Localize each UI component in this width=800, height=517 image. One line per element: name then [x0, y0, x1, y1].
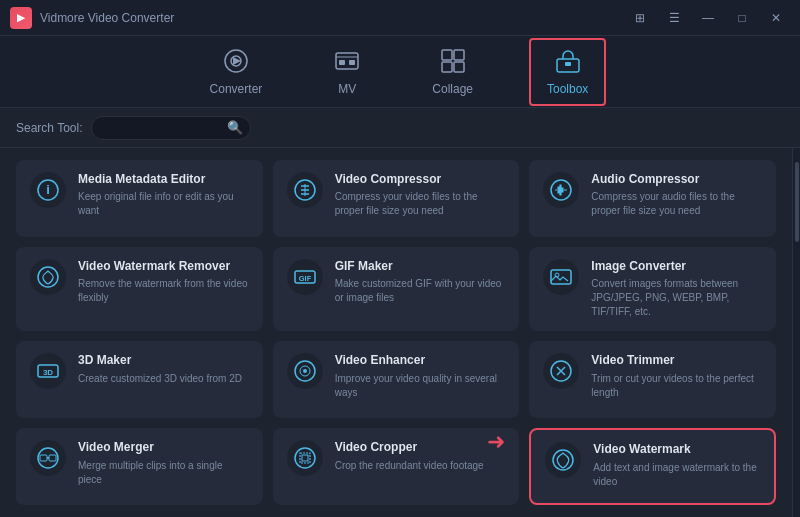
tool-info-video-watermark-remover: Video Watermark Remover Remove the water…: [78, 259, 249, 305]
tool-name-image-converter: Image Converter: [591, 259, 762, 273]
tool-card-video-trimmer[interactable]: Video Trimmer Trim or cut your videos to…: [529, 341, 776, 418]
svg-text:3D: 3D: [43, 368, 53, 377]
tool-icon-gif-maker: GIF: [287, 259, 323, 295]
tool-desc-video-watermark-remover: Remove the watermark from the video flex…: [78, 277, 249, 305]
tool-name-video-cropper: Video Cropper: [335, 440, 506, 454]
tool-info-video-merger: Video Merger Merge multiple clips into a…: [78, 440, 249, 486]
svg-rect-8: [442, 62, 452, 72]
tool-card-video-cropper[interactable]: Video Cropper Crop the redundant video f…: [273, 428, 520, 505]
tool-name-video-merger: Video Merger: [78, 440, 249, 454]
tool-info-video-trimmer: Video Trimmer Trim or cut your videos to…: [591, 353, 762, 399]
tool-info-gif-maker: GIF Maker Make customized GIF with your …: [335, 259, 506, 305]
tool-name-video-watermark-remover: Video Watermark Remover: [78, 259, 249, 273]
tool-icon-3d-maker: 3D: [30, 353, 66, 389]
svg-point-30: [295, 448, 315, 468]
tool-card-video-compressor[interactable]: Video Compressor Compress your video fil…: [273, 160, 520, 237]
tool-info-media-metadata-editor: Media Metadata Editor Keep original file…: [78, 172, 249, 218]
search-label: Search Tool:: [16, 121, 83, 135]
collage-label: Collage: [432, 82, 473, 96]
tool-icon-video-enhancer: [287, 353, 323, 389]
tool-desc-audio-compressor: Compress your audio files to the proper …: [591, 190, 762, 218]
tool-desc-video-cropper: Crop the redundant video footage: [335, 459, 506, 473]
converter-label: Converter: [210, 82, 263, 96]
tool-name-video-enhancer: Video Enhancer: [335, 353, 506, 367]
tool-name-video-trimmer: Video Trimmer: [591, 353, 762, 367]
tool-icon-video-trimmer: [543, 353, 579, 389]
tool-icon-media-metadata-editor: i: [30, 172, 66, 208]
tool-info-3d-maker: 3D Maker Create customized 3D video from…: [78, 353, 249, 385]
title-bar-left: ▶ Vidmore Video Converter: [10, 7, 174, 29]
svg-rect-11: [565, 62, 571, 66]
svg-rect-9: [454, 62, 464, 72]
tool-name-media-metadata-editor: Media Metadata Editor: [78, 172, 249, 186]
tool-icon-video-compressor: [287, 172, 323, 208]
tool-desc-image-converter: Convert images formats between JPG/JPEG,…: [591, 277, 762, 319]
tool-card-video-watermark-remover[interactable]: Video Watermark Remover Remove the water…: [16, 247, 263, 331]
menu-btn[interactable]: ☰: [660, 7, 688, 29]
toolbox-icon: [555, 48, 581, 78]
tab-toolbox[interactable]: Toolbox: [529, 38, 606, 106]
svg-rect-28: [40, 455, 47, 461]
scroll-thumb: [795, 162, 799, 242]
tool-name-gif-maker: GIF Maker: [335, 259, 506, 273]
scrollbar[interactable]: [792, 148, 800, 517]
minimize-btn[interactable]: —: [694, 7, 722, 29]
tool-card-media-metadata-editor[interactable]: i Media Metadata Editor Keep original fi…: [16, 160, 263, 237]
tool-desc-video-trimmer: Trim or cut your videos to the perfect l…: [591, 372, 762, 400]
search-bar: Search Tool: 🔍: [0, 108, 800, 148]
tool-icon-video-watermark: [545, 442, 581, 478]
tool-card-3d-maker[interactable]: 3D 3D Maker Create customized 3D video f…: [16, 341, 263, 418]
tool-info-video-cropper: Video Cropper Crop the redundant video f…: [335, 440, 506, 472]
tool-card-video-enhancer[interactable]: Video Enhancer Improve your video qualit…: [273, 341, 520, 418]
converter-icon: [223, 48, 249, 78]
svg-point-25: [303, 369, 307, 373]
svg-rect-7: [454, 50, 464, 60]
mv-icon: [334, 48, 360, 78]
svg-rect-4: [339, 60, 345, 65]
tool-desc-video-compressor: Compress your video files to the proper …: [335, 190, 506, 218]
app-title: Vidmore Video Converter: [40, 11, 174, 25]
tool-desc-video-merger: Merge multiple clips into a single piece: [78, 459, 249, 487]
tool-info-video-enhancer: Video Enhancer Improve your video qualit…: [335, 353, 506, 399]
title-bar-controls: ⊞ ☰ — □ ✕: [626, 7, 790, 29]
tool-name-audio-compressor: Audio Compressor: [591, 172, 762, 186]
grid-btn[interactable]: ⊞: [626, 7, 654, 29]
tab-collage[interactable]: Collage: [416, 40, 489, 104]
tool-icon-video-merger: [30, 440, 66, 476]
svg-rect-32: [302, 455, 308, 461]
tool-desc-3d-maker: Create customized 3D video from 2D: [78, 372, 249, 386]
maximize-btn[interactable]: □: [728, 7, 756, 29]
tool-info-audio-compressor: Audio Compressor Compress your audio fil…: [591, 172, 762, 218]
tools-grid: i Media Metadata Editor Keep original fi…: [0, 148, 792, 517]
tool-card-image-converter[interactable]: Image Converter Convert images formats b…: [529, 247, 776, 331]
collage-icon: [440, 48, 466, 78]
mv-label: MV: [338, 82, 356, 96]
tool-info-video-compressor: Video Compressor Compress your video fil…: [335, 172, 506, 218]
svg-rect-6: [442, 50, 452, 60]
tool-icon-audio-compressor: [543, 172, 579, 208]
tool-desc-video-enhancer: Improve your video quality in several wa…: [335, 372, 506, 400]
tool-name-3d-maker: 3D Maker: [78, 353, 249, 367]
tool-desc-video-watermark: Add text and image watermark to the vide…: [593, 461, 760, 489]
close-btn[interactable]: ✕: [762, 7, 790, 29]
search-input-wrap: 🔍: [91, 116, 251, 140]
tool-desc-gif-maker: Make customized GIF with your video or i…: [335, 277, 506, 305]
toolbox-label: Toolbox: [547, 82, 588, 96]
tool-icon-video-cropper: [287, 440, 323, 476]
search-icon[interactable]: 🔍: [227, 120, 243, 135]
tool-card-audio-compressor[interactable]: Audio Compressor Compress your audio fil…: [529, 160, 776, 237]
main-content: i Media Metadata Editor Keep original fi…: [0, 148, 800, 517]
tool-desc-media-metadata-editor: Keep original file info or edit as you w…: [78, 190, 249, 218]
tool-card-gif-maker[interactable]: GIF GIF Maker Make customized GIF with y…: [273, 247, 520, 331]
tool-name-video-watermark: Video Watermark: [593, 442, 760, 456]
nav-tabs: Converter MV Collage: [0, 36, 800, 108]
svg-rect-19: [551, 270, 571, 284]
tab-mv[interactable]: MV: [318, 40, 376, 104]
tool-card-video-watermark[interactable]: Video Watermark Add text and image water…: [529, 428, 776, 505]
tool-icon-image-converter: [543, 259, 579, 295]
tool-card-video-merger[interactable]: Video Merger Merge multiple clips into a…: [16, 428, 263, 505]
tool-icon-video-watermark-remover: [30, 259, 66, 295]
tool-name-video-compressor: Video Compressor: [335, 172, 506, 186]
svg-rect-5: [349, 60, 355, 65]
tab-converter[interactable]: Converter: [194, 40, 279, 104]
